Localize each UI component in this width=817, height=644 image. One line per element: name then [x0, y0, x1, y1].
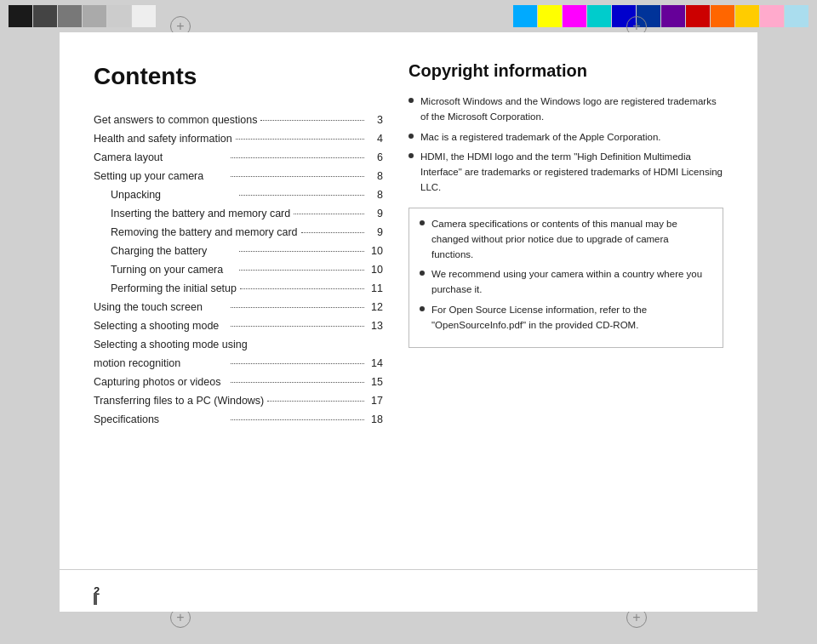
page: Contents Get answers to common questions… — [60, 32, 757, 612]
swatch-red — [686, 5, 710, 27]
toc-item: Camera layout6 — [94, 149, 383, 166]
toc-dots — [239, 270, 364, 271]
bullet-text: Mac is a registered trademark of the App… — [420, 130, 723, 145]
toc-item: Using the touch screen12 — [94, 299, 383, 316]
toc-num: 15 — [368, 373, 383, 390]
toc-label: Selecting a shooting mode using — [94, 336, 383, 353]
toc-label: Removing the battery and memory card — [111, 224, 298, 241]
toc-label: Turning on your camera — [111, 261, 236, 278]
swatch-magenta — [563, 5, 586, 27]
toc-dots — [260, 120, 364, 121]
swatch-light-gray — [107, 5, 131, 27]
contents-column: Contents Get answers to common questions… — [94, 58, 383, 552]
bullet-text: We recommend using your camera within a … — [431, 267, 712, 298]
toc-label: Camera layout — [94, 149, 227, 166]
swatch-gold — [735, 5, 759, 27]
bullet-item: For Open Source License information, ref… — [420, 303, 712, 333]
toc-num: 4 — [368, 130, 383, 147]
page-bottom: 2 — [60, 569, 757, 612]
toc-label: Setting up your camera — [94, 168, 227, 185]
toc-item: Health and safety information4 — [94, 130, 383, 147]
bullet-dot — [420, 220, 425, 225]
toc-item: Transferring files to a PC (Windows)17 — [94, 392, 383, 409]
toc-label: Charging the battery — [111, 242, 236, 259]
bullet-dot — [408, 134, 414, 139]
top-color-bar — [0, 0, 817, 32]
bullet-item: HDMI, the HDMI logo and the term "High D… — [408, 150, 723, 195]
toc-num: 13 — [368, 317, 383, 334]
toc-dots — [231, 176, 364, 177]
toc-num: 10 — [368, 242, 383, 259]
toc-list: Get answers to common questions3Health a… — [94, 111, 383, 428]
contents-title: Contents — [94, 58, 383, 96]
toc-item: Setting up your camera8 — [94, 168, 383, 185]
swatch-yellow — [538, 5, 562, 27]
swatch-light-cyan — [785, 5, 808, 27]
bullet-item: Microsoft Windows and the Windows logo a… — [408, 94, 723, 125]
toc-label: Specifications — [94, 411, 227, 428]
toc-label: Transferring files to a PC (Windows) — [94, 392, 264, 409]
swatch-gray — [58, 5, 82, 27]
bullet-text: For Open Source License information, ref… — [431, 303, 712, 333]
toc-dots — [231, 382, 364, 383]
swatch-orange — [711, 5, 734, 27]
toc-dots — [267, 401, 364, 402]
toc-num: 17 — [368, 392, 383, 409]
toc-item: Performing the initial setup11 — [94, 280, 383, 297]
bullets2-list: Camera specifications or contents of thi… — [420, 217, 712, 333]
bullet-dot — [420, 271, 425, 276]
toc-item: Capturing photos or videos15 — [94, 373, 383, 390]
toc-num: 10 — [368, 261, 383, 278]
swatch-black — [9, 5, 32, 27]
toc-num: 8 — [368, 168, 383, 185]
color-swatches — [513, 5, 808, 27]
toc-num: 12 — [368, 299, 383, 316]
toc-num: 18 — [368, 411, 383, 428]
toc-dots — [301, 232, 364, 233]
page-number-bar — [94, 593, 97, 605]
toc-dots — [240, 288, 364, 289]
toc-dots — [231, 307, 364, 308]
bullet-item: We recommend using your camera within a … — [420, 267, 712, 298]
toc-num: 14 — [368, 355, 383, 372]
toc-item: Specifications18 — [94, 411, 383, 428]
toc-item: motion recognition14 — [94, 355, 383, 372]
toc-item: Charging the battery10 — [94, 242, 383, 259]
toc-item: Selecting a shooting mode using — [94, 336, 383, 353]
toc-num: 8 — [368, 186, 383, 203]
swatch-cyan — [587, 5, 611, 27]
toc-label: Get answers to common questions — [94, 111, 257, 128]
toc-label: Health and safety information — [94, 130, 232, 147]
swatch-near-white — [132, 5, 156, 27]
toc-num: 9 — [368, 205, 383, 222]
toc-label: Inserting the battery and memory card — [111, 205, 290, 222]
toc-dots — [294, 214, 364, 214]
copyright-box-2: Camera specifications or contents of thi… — [408, 208, 723, 348]
toc-label: Using the touch screen — [94, 299, 227, 316]
page-content: Contents Get answers to common questions… — [60, 32, 757, 569]
bullet-dot — [408, 153, 414, 158]
toc-item: Selecting a shooting mode13 — [94, 317, 383, 334]
toc-item: Get answers to common questions3 — [94, 111, 383, 128]
toc-dots — [231, 326, 364, 327]
toc-dots — [239, 195, 364, 196]
toc-dots — [231, 419, 364, 420]
bullet-item: Mac is a registered trademark of the App… — [408, 130, 723, 145]
bullet-dot — [408, 98, 414, 103]
dark-swatches — [9, 5, 156, 27]
bullets1-list: Microsoft Windows and the Windows logo a… — [408, 94, 723, 196]
bullet-dot — [420, 306, 425, 311]
swatch-dark-gray — [33, 5, 57, 27]
swatch-mid-gray — [83, 5, 106, 27]
toc-dots — [231, 363, 364, 364]
bullet-item: Camera specifications or contents of thi… — [420, 217, 712, 262]
bullet-text: Microsoft Windows and the Windows logo a… — [420, 94, 723, 125]
swatch-cyan-blue — [513, 5, 537, 27]
swatch-pink — [760, 5, 784, 27]
toc-num: 9 — [368, 224, 383, 241]
toc-label: Selecting a shooting mode — [94, 317, 227, 334]
toc-num: 3 — [368, 111, 383, 128]
toc-item: Unpacking8 — [94, 186, 383, 203]
bullet-text: HDMI, the HDMI logo and the term "High D… — [420, 150, 723, 195]
toc-label: motion recognition — [94, 355, 227, 372]
